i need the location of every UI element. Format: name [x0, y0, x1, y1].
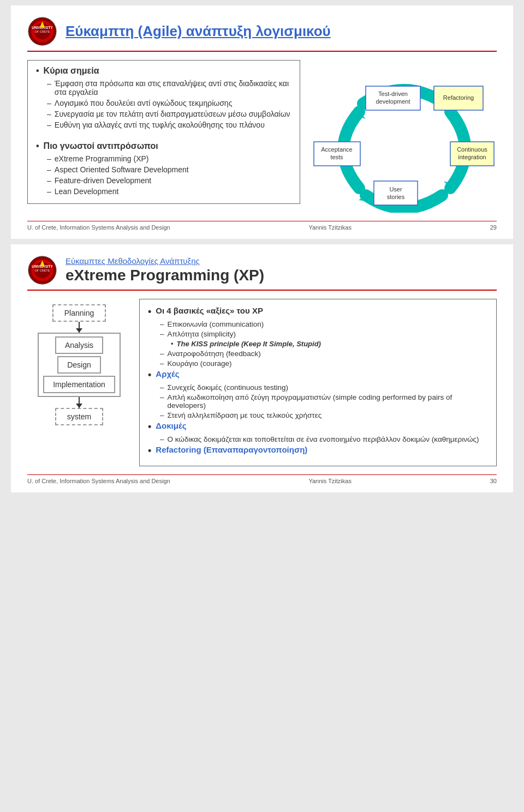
- content-sub-7: Στενή αλληλεπίδραση με τους τελικούς χρή…: [160, 411, 488, 419]
- svg-text:Continuous: Continuous: [457, 146, 487, 153]
- slide2-footer: U. of Crete, Information Systems Analysi…: [27, 474, 497, 484]
- university-logo-2: UNIVERSITY OF CRETE: [27, 255, 57, 285]
- svg-rect-22: [374, 181, 418, 205]
- content-sub-2: Απλότητα (simplicity): [160, 330, 488, 338]
- slide1-title: Εύκαμπτη (Agile) ανάπτυξη λογισμικού: [66, 23, 331, 40]
- bullet-main-1: Κύρια σημεία: [36, 66, 291, 76]
- content-sub-5: Συνεχείς δοκιμές (continuous testing): [160, 383, 488, 392]
- svg-text:development: development: [376, 98, 410, 105]
- content-main-1: Οι 4 βασικές «αξίες» του XP: [148, 306, 488, 317]
- svg-text:tests: tests: [330, 154, 343, 160]
- slide2-flow-diagram: Planning Analysis Design Implementation …: [27, 299, 131, 466]
- svg-text:Refactoring: Refactoring: [443, 94, 474, 101]
- svg-text:integration: integration: [458, 154, 486, 160]
- content-sub-8: Ο κώδικας δοκιμάζεται και τοποθετείται σ…: [160, 435, 488, 443]
- footer-center-1: Yannis Tzitzikas: [308, 224, 351, 231]
- slide1-footer: U. of Crete, Information Systems Analysi…: [27, 221, 497, 231]
- content-main-3: Δοκιμές: [148, 421, 488, 432]
- cycle-diagram: Test-driven development Refactoring Cont…: [311, 60, 497, 213]
- bullet-sub-6: Aspect Oriented Software Development: [47, 165, 291, 174]
- slide-2: UNIVERSITY OF CRETE Εύκαμπτες Μεθοδολογί…: [11, 244, 513, 492]
- slide1-body: Κύρια σημεία Έμφαση στα πρόσωπα και στις…: [27, 60, 497, 213]
- slide2-title: eXtreme Programming (XP): [66, 267, 264, 284]
- planning-box: Planning: [52, 304, 106, 322]
- flow-arrow-2: [79, 397, 80, 408]
- slide2-titles: Εύκαμπτες Μεθοδολογίες Ανάπτυξης eXtreme…: [66, 256, 264, 284]
- content-sub-6: Απλή κωδικοποίηση από ζεύγη προγραμματισ…: [160, 393, 488, 410]
- bullet-sub-2: Λογισμικό που δουλεύει αντί ογκώδους τεκ…: [47, 99, 291, 107]
- slide2-body: Planning Analysis Design Implementation …: [27, 299, 497, 466]
- content-main-4: Refactoring (Επαναπαραγοντοποίηση): [148, 445, 488, 456]
- svg-text:stories: stories: [387, 194, 405, 200]
- bullet-sub-4: Ευθύνη για αλλαγές αντί της τυφλής ακολο…: [47, 121, 291, 129]
- implementation-box: Implementation: [43, 376, 115, 393]
- footer-left-2: U. of Crete, Information Systems Analysi…: [27, 478, 170, 484]
- content-sub-1: Επικοινωνία (communication): [160, 320, 488, 328]
- design-box: Design: [57, 356, 101, 374]
- svg-text:OF CRETE: OF CRETE: [35, 269, 50, 272]
- cycle-svg: Test-driven development Refactoring Cont…: [311, 60, 497, 213]
- bullet-sub-1: Έμφαση στα πρόσωπα και στις επαναλήψεις …: [47, 79, 291, 97]
- slide2-subtitle: Εύκαμπτες Μεθοδολογίες Ανάπτυξης: [66, 256, 264, 266]
- slide1-left: Κύρια σημεία Έμφαση στα πρόσωπα και στις…: [27, 60, 300, 213]
- content-box-1: Κύρια σημεία Έμφαση στα πρόσωπα και στις…: [27, 60, 300, 204]
- content-subsub-1: The KISS principle (Keep It Simple, Stup…: [171, 340, 488, 348]
- svg-text:OF CRETE: OF CRETE: [35, 30, 50, 33]
- footer-center-2: Yannis Tzitzikas: [308, 478, 351, 484]
- footer-right-2: 30: [490, 478, 497, 484]
- bullet-sub-5: eXtreme Programming (XP): [47, 154, 291, 163]
- slide-1: UNIVERSITY OF CRETE Εύκαμπτη (Agile) ανά…: [11, 5, 513, 239]
- bullet-main-2: Πιο γνωστοί αντιπρόσωποι: [36, 141, 291, 151]
- bullet-sub-7: Feature-driven Development: [47, 176, 291, 185]
- bullet-sub-3: Συνεργασία με τον πελάτη αντί διαπραγματ…: [47, 110, 291, 118]
- system-box: system: [55, 408, 103, 425]
- slide1-header: UNIVERSITY OF CRETE Εύκαμπτη (Agile) ανά…: [27, 16, 497, 52]
- flow-group: Analysis Design Implementation: [38, 333, 121, 397]
- content-main-2: Αρχές: [148, 369, 488, 381]
- svg-text:Acceptance: Acceptance: [321, 146, 352, 153]
- flow-arrow-1: [79, 322, 80, 333]
- svg-text:User: User: [389, 186, 402, 193]
- analysis-box: Analysis: [55, 336, 103, 354]
- slide2-content: Οι 4 βασικές «αξίες» του XP Επικοινωνία …: [139, 299, 497, 466]
- university-logo: UNIVERSITY OF CRETE: [27, 16, 57, 46]
- content-sub-3: Ανατροφοδότηση (feedback): [160, 350, 488, 358]
- content-sub-4: Κουράγιο (courage): [160, 359, 488, 368]
- bullet-sub-8: Lean Development: [47, 187, 291, 196]
- footer-right-1: 29: [490, 224, 497, 231]
- slide2-header: UNIVERSITY OF CRETE Εύκαμπτες Μεθοδολογί…: [27, 255, 497, 291]
- svg-text:Test-driven: Test-driven: [378, 91, 408, 97]
- footer-left-1: U. of Crete, Information Systems Analysi…: [27, 224, 170, 231]
